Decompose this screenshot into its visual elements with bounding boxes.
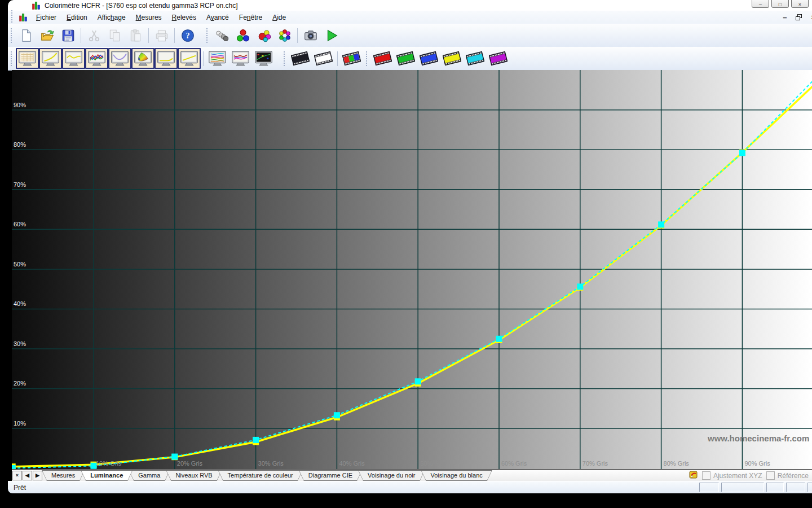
monitor-purple-icon <box>111 50 129 67</box>
tab-temperature-de-couleur[interactable]: Température de couleur <box>218 470 303 481</box>
reference-checkbox[interactable]: Référence <box>766 471 809 480</box>
menu-fichier[interactable]: Fichier <box>31 12 61 23</box>
pattern-magenta-button[interactable] <box>487 48 510 69</box>
pattern-blue-button[interactable] <box>417 48 440 69</box>
menubar-grip[interactable] <box>11 10 12 25</box>
view-rgb-levels-button[interactable] <box>85 48 108 69</box>
status-panel <box>807 483 812 492</box>
save-file-button[interactable] <box>58 25 78 45</box>
xyz-adjustment-checkbox[interactable]: Ajustement XYZ <box>702 471 762 480</box>
pattern-white-button[interactable] <box>312 48 335 69</box>
toolbar-grip[interactable] <box>284 51 285 66</box>
view-multi-curves-button[interactable] <box>206 48 229 69</box>
tab-voisinage-du-blanc[interactable]: Voisinage du blanc <box>421 470 492 481</box>
tab-voisinage-du-noir[interactable]: Voisinage du noir <box>358 470 425 481</box>
view-pattern-screen-button[interactable] <box>252 48 275 69</box>
menu-affichage[interactable]: Affichage <box>92 12 131 23</box>
camera-icon <box>303 28 318 43</box>
cut-button[interactable] <box>83 25 104 45</box>
menu-avance[interactable]: Avancé <box>201 12 234 23</box>
minimize-button[interactable]: – <box>752 0 769 8</box>
run-measures-button[interactable] <box>321 25 342 45</box>
film-icon <box>373 50 392 67</box>
menu-aide[interactable]: Aide <box>267 12 291 23</box>
tab-scroll-right-button[interactable]: ▶ <box>33 471 42 480</box>
toolbar-separator <box>174 28 175 43</box>
menu-mesures[interactable]: Mesures <box>131 12 167 23</box>
caption-buttons: – □ × <box>752 0 809 8</box>
view-gamma-button[interactable] <box>62 48 85 69</box>
tab-gamma[interactable]: Gamma <box>129 470 170 481</box>
x-axis-tick-label: 50% Gris <box>420 460 446 467</box>
view-near-white-button[interactable] <box>178 48 201 69</box>
status-text: Prêt <box>14 484 26 492</box>
pattern-rgb-button[interactable] <box>340 48 363 69</box>
menu-releves[interactable]: Relevés <box>167 12 201 23</box>
reference-point-marker <box>415 378 421 384</box>
x-axis-tick-label: 10% Gris <box>96 460 122 467</box>
y-axis-tick-label: 40% <box>14 300 26 307</box>
measure-primaries-button[interactable] <box>232 25 253 45</box>
film-icon <box>443 50 461 67</box>
toolbar-separator <box>297 28 298 43</box>
view-near-black-button[interactable] <box>155 48 178 69</box>
x-axis-tick-label: 20% Gris <box>177 460 203 467</box>
pattern-green-button[interactable] <box>394 48 417 69</box>
measure-secondaries-button[interactable] <box>253 25 274 45</box>
toolbar-grip[interactable] <box>206 28 208 43</box>
print-button[interactable] <box>151 25 172 45</box>
svg-text:?: ? <box>186 30 189 40</box>
toolbar-separator <box>203 51 204 66</box>
pattern-black-button[interactable] <box>289 48 312 69</box>
mdi-restore-button[interactable] <box>796 14 802 20</box>
tab-scroll-left-button[interactable]: ◀ <box>23 471 32 480</box>
monitor-dark-icon <box>254 50 273 67</box>
pattern-cyan-button[interactable] <box>464 48 487 69</box>
tab-niveaux-rvb[interactable]: Niveaux RVB <box>166 470 222 481</box>
view-measures-table-button[interactable] <box>16 48 39 69</box>
document-icon[interactable] <box>19 13 28 22</box>
tab-close-button[interactable]: × <box>12 471 22 480</box>
toolbar-standard-row: ? <box>8 24 812 47</box>
paste-button[interactable] <box>125 25 146 45</box>
checkbox-box[interactable] <box>766 471 775 480</box>
view-tracking-curves-button[interactable] <box>229 48 252 69</box>
luminance-chart-svg: 90%80%70%60%50%40%30%20%10%10% Gris20% G… <box>12 70 812 469</box>
open-file-button[interactable] <box>37 25 58 45</box>
window-title: Colorimètre HCFR - [S760 esp col etendu … <box>45 2 238 10</box>
toolbar-grip[interactable] <box>11 51 12 66</box>
new-file-button[interactable] <box>16 25 37 45</box>
menu-edition[interactable]: Edition <box>61 12 92 23</box>
y-axis-tick-label: 50% <box>14 261 26 268</box>
page-icon <box>19 28 34 43</box>
sensor-camera-button[interactable] <box>300 25 321 45</box>
tab-luminance[interactable]: Luminance <box>81 470 133 481</box>
view-luminance-button[interactable] <box>39 48 62 69</box>
view-color-temperature-button[interactable] <box>108 48 131 69</box>
pattern-yellow-button[interactable] <box>440 48 464 69</box>
mdi-minimize-button[interactable]: – <box>783 14 787 21</box>
toolbar-grip[interactable] <box>366 51 367 66</box>
tab-mesures[interactable]: Mesures <box>42 470 85 481</box>
tab-diagramme-cie[interactable]: Diagramme CIE <box>299 470 362 481</box>
balls-ring-icon <box>277 28 292 43</box>
copy-button[interactable] <box>104 25 125 45</box>
monitor-flat-icon <box>157 50 175 67</box>
measure-grayscale-button[interactable] <box>211 25 232 45</box>
toolbar-separator <box>148 28 149 43</box>
menu-fenetre[interactable]: Fenêtre <box>234 12 267 23</box>
monitor-curve-icon <box>41 50 60 67</box>
film-icon <box>489 50 508 67</box>
x-axis-tick-label: 70% Gris <box>582 460 608 467</box>
reference-point-marker <box>577 283 583 290</box>
measure-all-colors-button[interactable] <box>274 25 295 45</box>
status-panel <box>721 483 764 492</box>
view-cie-diagram-button[interactable] <box>131 48 155 69</box>
toolbar-grip[interactable] <box>11 28 12 43</box>
checkbox-box[interactable] <box>702 471 710 480</box>
maximize-button[interactable]: □ <box>771 0 789 8</box>
close-button[interactable]: × <box>791 0 809 8</box>
pattern-red-button[interactable] <box>371 48 394 69</box>
help-button[interactable]: ? <box>177 25 198 45</box>
title-bar[interactable]: Colorimètre HCFR - [S760 esp col etendu … <box>8 0 812 11</box>
